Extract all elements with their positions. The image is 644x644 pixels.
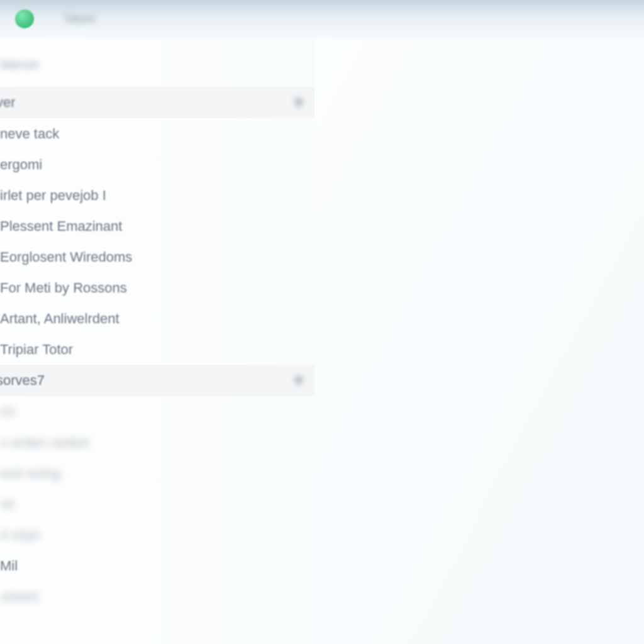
list-item-label: Tripiar Totor [0,341,73,358]
list-item-label: neve tack [0,126,59,142]
list-item[interactable]: it orlyn [0,519,314,550]
list-item-label: rin [0,404,15,420]
list-item[interactable]: neve tack [0,118,314,149]
list-item[interactable]: Artant, Anliwelrdent [0,303,314,334]
list-item-label: ergomi [0,157,42,173]
list-item[interactable]: ergomi [0,149,314,180]
list-item[interactable]: nir [0,489,314,519]
topbar: Veon [0,0,644,38]
list-item-label: tont ening [0,465,61,482]
group-header-a-label: ver [0,94,16,111]
app-badge-icon[interactable] [15,9,34,28]
sidebar-section-title: Meron [0,57,314,73]
topbar-title: Veon [64,11,96,27]
list-item[interactable]: n erden nedon [0,427,314,458]
list-item[interactable]: irlet per pevejob I [0,180,314,211]
group-header-b[interactable]: sorves7 ▾ [0,365,314,396]
list-b: rin n erden nedon tont ening nir it orly… [0,396,314,612]
list-item-label: orteint [0,589,38,605]
list-item-label: it orlyn [0,527,41,543]
main-layout: Meron ver ▾ neve tack ergomi irlet per p… [0,38,644,644]
group-header-a[interactable]: ver ▾ [0,87,314,118]
list-a: neve tack ergomi irlet per pevejob I Ple… [0,118,314,365]
list-item-label: nir [0,496,15,513]
list-item-label: Plessent Emazinant [0,218,122,235]
list-item[interactable]: orteint [0,581,314,612]
sidebar: Meron ver ▾ neve tack ergomi irlet per p… [0,38,314,644]
content-area [314,38,644,644]
list-item-label: irlet per pevejob I [0,187,106,204]
list-item-label: For Meti by Rossons [0,280,127,296]
list-item[interactable]: Mil [0,550,314,581]
list-item-label: Eorglosent Wiredoms [0,249,132,265]
list-item[interactable]: Tripiar Totor [0,334,314,365]
chevron-down-icon: ▾ [294,94,303,111]
list-item[interactable]: For Meti by Rossons [0,272,314,303]
list-item-label: Artant, Anliwelrdent [0,311,119,327]
list-item[interactable]: Eorglosent Wiredoms [0,242,314,272]
list-item-label: Mil [0,558,18,574]
list-item-label: n erden nedon [0,435,89,451]
list-item[interactable]: tont ening [0,458,314,489]
chevron-down-icon: ▾ [294,372,303,389]
list-item[interactable]: rin [0,396,314,427]
group-header-b-label: sorves7 [0,372,45,389]
list-item[interactable]: Plessent Emazinant [0,211,314,242]
